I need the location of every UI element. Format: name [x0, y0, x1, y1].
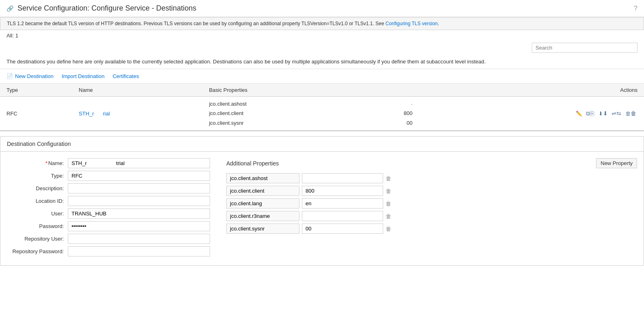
prop-delete-5[interactable]: 🗑: [386, 226, 391, 232]
download-icon[interactable]: ⬇: [598, 110, 608, 117]
type-input[interactable]: [68, 171, 210, 181]
prop-row-4: 🗑: [226, 211, 637, 221]
banner-text: TLS 1.2 became the default TLS version o…: [7, 21, 386, 26]
prop-name-4[interactable]: [226, 211, 299, 221]
count-row: All: 1: [0, 30, 644, 41]
destinations-table: Type Name Basic Properties Actions RFC S…: [0, 84, 644, 130]
repo-user-label: Repository User:: [7, 236, 64, 242]
repo-password-input[interactable]: [68, 246, 210, 256]
user-row: User:: [7, 209, 210, 219]
repo-password-label: Repository Password:: [7, 248, 64, 254]
search-input[interactable]: [532, 43, 637, 53]
new-destination-icon: [7, 73, 13, 79]
password-input[interactable]: [68, 221, 210, 231]
row-name-link2[interactable]: rial: [103, 111, 110, 117]
user-input[interactable]: [68, 209, 210, 219]
prop-row-2: 🗑: [226, 186, 637, 196]
repo-password-row: Repository Password:: [7, 246, 210, 256]
col-prop-values: [355, 84, 419, 97]
certificates-label: Certificates: [113, 73, 139, 79]
prop-delete-4[interactable]: 🗑: [386, 213, 391, 219]
prop-value-5[interactable]: [302, 224, 383, 234]
row-props: jco.client.ashost jco.client.client jco.…: [202, 97, 354, 130]
info-banner: TLS 1.2 became the default TLS version o…: [0, 17, 644, 30]
search-row: [0, 41, 644, 56]
prop-delete-2[interactable]: 🗑: [386, 188, 391, 194]
location-id-label: Location ID:: [7, 198, 64, 204]
new-destination-label: New Destination: [15, 73, 54, 79]
repo-user-row: Repository User:: [7, 234, 210, 244]
page-header: Service Configuration: Configure Service…: [0, 0, 644, 17]
prop-delete-3[interactable]: 🗑: [386, 200, 391, 207]
repo-user-input[interactable]: [68, 234, 210, 244]
name-label: Name:: [7, 160, 64, 166]
new-destination-button[interactable]: New Destination: [7, 73, 54, 79]
new-property-button[interactable]: New Property: [596, 158, 637, 168]
name-input[interactable]: [68, 158, 210, 168]
row-name-link[interactable]: STH_r: [79, 111, 94, 117]
banner-link[interactable]: Configuring TLS version: [386, 21, 438, 26]
help-icon[interactable]: ?: [634, 5, 637, 12]
prop-row-5: 🗑: [226, 224, 637, 234]
edit-icon[interactable]: [576, 110, 582, 117]
col-name: Name: [72, 84, 203, 97]
col-type: Type: [0, 84, 72, 97]
table-header-row: Type Name Basic Properties Actions: [0, 84, 644, 97]
table-row: RFC STH_r rial jco.client.ashost jco.cli…: [0, 97, 644, 130]
copy-icon[interactable]: ⎘: [586, 110, 594, 117]
additional-properties-title: Additional Properties: [226, 160, 279, 167]
prop-value-4[interactable]: [302, 211, 383, 221]
prop-name-5[interactable]: [226, 224, 299, 234]
prop-row-3: 🗑: [226, 198, 637, 209]
certificates-button[interactable]: Certificates: [113, 73, 139, 79]
delete-icon[interactable]: 🗑: [625, 110, 636, 117]
row-prop-values: - 800 00: [355, 97, 419, 130]
page-title: Service Configuration: Configure Service…: [17, 4, 196, 13]
prop-delete-1[interactable]: 🗑: [386, 175, 391, 182]
share-icon[interactable]: ⇆: [611, 110, 621, 117]
location-row: Location ID:: [7, 196, 210, 206]
form-section: Name: Type: Description: Location ID: Us…: [7, 158, 210, 259]
prop-value-2[interactable]: [302, 186, 383, 196]
row-name: STH_r rial: [72, 97, 203, 130]
toolbar: New Destination Import Destination Certi…: [0, 69, 644, 84]
prop-row-1: 🗑: [226, 173, 637, 183]
destination-config-section: Destination Configuration Name: Type: De…: [0, 136, 644, 266]
dest-config-title: Destination Configuration: [0, 137, 644, 152]
destinations-table-container: Type Name Basic Properties Actions RFC S…: [0, 84, 644, 131]
prop-name-1[interactable]: [226, 173, 299, 183]
dest-config-body: Name: Type: Description: Location ID: Us…: [0, 152, 644, 265]
import-destination-button[interactable]: Import Destination: [62, 73, 105, 79]
prop-name-2[interactable]: [226, 186, 299, 196]
col-actions: Actions: [419, 84, 644, 97]
prop-name-3[interactable]: [226, 198, 299, 209]
row-actions: ⎘ ⬇ ⇆ 🗑: [419, 97, 644, 130]
description-row: The destinations you define here are onl…: [0, 56, 644, 69]
prop-value-1[interactable]: [302, 173, 383, 183]
user-label: User:: [7, 211, 64, 217]
count-label: All: 1: [7, 33, 18, 39]
row-type: RFC: [0, 97, 72, 130]
description-form-row: Description:: [7, 183, 210, 193]
col-basic-props: Basic Properties: [202, 84, 354, 97]
prop-value-3[interactable]: [302, 198, 383, 209]
type-label: Type:: [7, 173, 64, 179]
import-destination-label: Import Destination: [62, 73, 105, 79]
name-row: Name:: [7, 158, 210, 168]
additional-properties-header: Additional Properties New Property: [226, 158, 637, 168]
link-icon: [7, 5, 13, 12]
type-row: Type:: [7, 171, 210, 181]
password-label: Password:: [7, 223, 64, 229]
location-id-input[interactable]: [68, 196, 210, 206]
additional-properties-section: Additional Properties New Property 🗑 🗑 🗑: [226, 158, 637, 259]
password-row: Password:: [7, 221, 210, 231]
description-input[interactable]: [68, 183, 210, 193]
description-text: The destinations you define here are onl…: [7, 59, 486, 65]
description-label: Description:: [7, 185, 64, 191]
